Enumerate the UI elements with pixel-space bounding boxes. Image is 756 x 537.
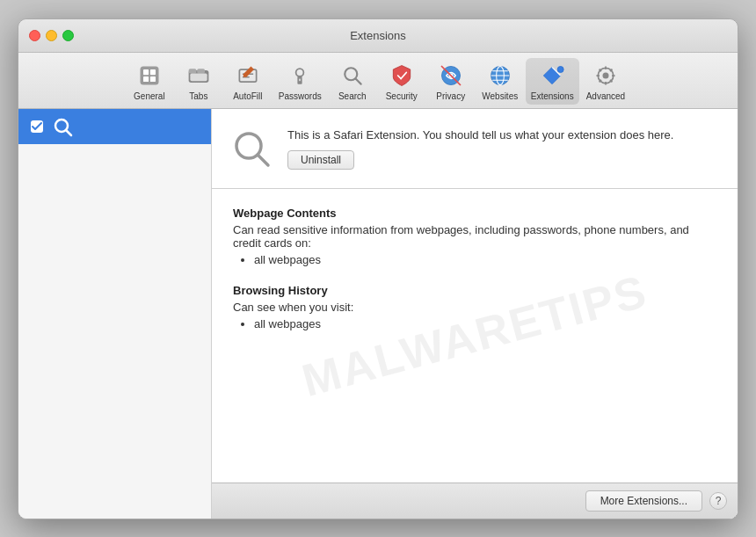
tabs-icon <box>185 62 213 90</box>
svg-rect-7 <box>197 69 205 73</box>
toolbar-item-search[interactable]: Search <box>329 58 376 105</box>
general-label: General <box>134 91 165 101</box>
svg-rect-6 <box>188 69 196 73</box>
permission-title-webpage: Webpage Contents <box>233 207 716 220</box>
svg-line-40 <box>66 130 71 135</box>
toolbar-item-websites[interactable]: Websites <box>476 58 524 105</box>
ext-permissions: MALWARETIPS Webpage Contents Can read se… <box>212 189 738 483</box>
privacy-icon <box>437 62 465 90</box>
toolbar-item-general[interactable]: General <box>126 58 173 105</box>
svg-rect-14 <box>299 78 301 81</box>
title-bar: Extensions <box>18 19 738 53</box>
permission-item-webpage-0: all webpages <box>254 253 716 266</box>
permission-section-history: Browsing History Can see when you visit:… <box>233 284 716 330</box>
svg-point-27 <box>557 66 563 72</box>
autofill-label: AutoFill <box>233 91 262 101</box>
websites-label: Websites <box>482 91 518 101</box>
toolbar-item-advanced[interactable]: Advanced <box>581 58 630 105</box>
advanced-label: Advanced <box>586 91 625 101</box>
permission-title-history: Browsing History <box>233 284 716 297</box>
security-icon <box>388 62 416 90</box>
toolbar-item-autofill[interactable]: AutoFill <box>224 58 272 105</box>
minimize-button[interactable] <box>46 30 57 41</box>
toolbar-item-privacy[interactable]: Privacy <box>427 58 475 105</box>
permission-desc-webpage: Can read sensitive information from webp… <box>233 223 716 250</box>
permission-list-webpage: all webpages <box>233 253 716 266</box>
general-icon <box>135 62 164 90</box>
passwords-icon <box>286 62 314 90</box>
check-icon <box>29 119 45 134</box>
search-label: Search <box>338 91 367 101</box>
extensions-icon <box>538 62 566 90</box>
svg-rect-0 <box>140 66 158 84</box>
permission-list-history: all webpages <box>233 317 716 330</box>
maximize-button[interactable] <box>62 30 74 41</box>
toolbar-item-security[interactable]: Security <box>378 58 425 105</box>
permission-item-history-0: all webpages <box>254 317 716 330</box>
extensions-label: Extensions <box>531 91 574 101</box>
permission-section-webpage: Webpage Contents Can read sensitive info… <box>233 207 716 266</box>
main-window: Extensions General <box>18 18 738 519</box>
websites-icon <box>486 62 514 90</box>
svg-rect-2 <box>143 76 149 81</box>
autofill-icon <box>234 62 262 90</box>
advanced-icon <box>592 62 620 90</box>
toolbar-item-tabs[interactable]: Tabs <box>175 58 222 105</box>
sidebar-ext-icon <box>52 116 73 137</box>
svg-rect-8 <box>190 73 207 81</box>
main-panel: This is a Safari Extension. You should t… <box>212 109 738 519</box>
passwords-label: Passwords <box>279 91 322 101</box>
ext-detail-info: This is a Safari Extension. You should t… <box>287 127 720 171</box>
ext-description: This is a Safari Extension. You should t… <box>287 127 720 144</box>
sidebar <box>18 109 212 519</box>
help-button[interactable]: ? <box>709 492 727 510</box>
svg-rect-4 <box>150 76 156 81</box>
toolbar-item-passwords[interactable]: Passwords <box>273 58 327 105</box>
bottom-bar: More Extensions... ? <box>212 483 738 519</box>
privacy-label: Privacy <box>436 91 465 101</box>
tabs-label: Tabs <box>189 91 207 101</box>
extension-detail-header: This is a Safari Extension. You should t… <box>212 109 738 189</box>
svg-line-42 <box>258 155 268 165</box>
toolbar: General Tabs <box>18 53 738 109</box>
svg-line-16 <box>355 78 360 83</box>
svg-rect-3 <box>150 69 156 75</box>
more-extensions-button[interactable]: More Extensions... <box>585 490 702 512</box>
content-area: This is a Safari Extension. You should t… <box>18 109 738 519</box>
security-label: Security <box>386 91 418 101</box>
traffic-lights <box>29 30 74 41</box>
svg-point-29 <box>602 72 608 78</box>
sidebar-item-search-ext[interactable] <box>18 109 211 144</box>
window-title: Extensions <box>350 29 406 42</box>
permission-desc-history: Can see when you visit: <box>233 301 716 314</box>
ext-detail-icon <box>229 127 273 171</box>
svg-point-12 <box>296 69 304 76</box>
uninstall-button[interactable]: Uninstall <box>287 150 354 170</box>
svg-rect-1 <box>143 69 149 75</box>
toolbar-item-extensions[interactable]: Extensions <box>526 58 579 105</box>
search-icon <box>338 62 367 90</box>
close-button[interactable] <box>29 30 40 41</box>
